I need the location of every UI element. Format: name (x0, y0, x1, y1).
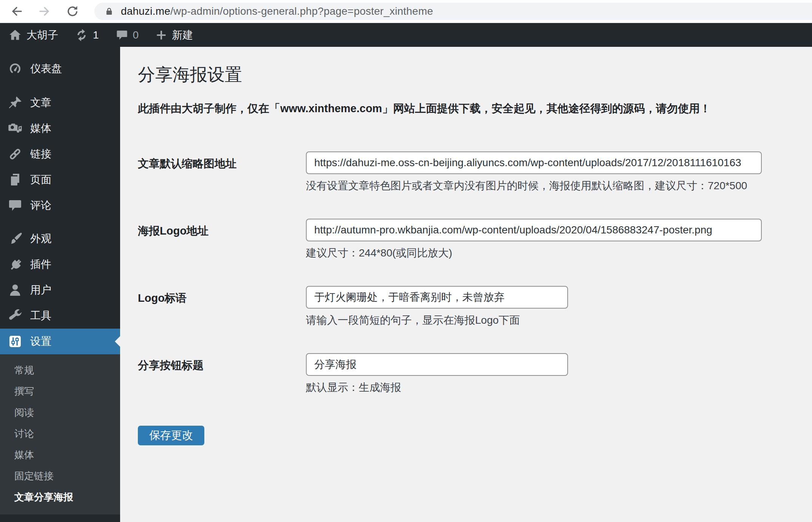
sliders-icon (8, 334, 23, 349)
pin-icon (8, 95, 23, 110)
sidebar-item-label: 链接 (30, 147, 51, 161)
plug-icon (8, 257, 23, 272)
forward-arrow-icon (38, 5, 51, 18)
submenu-item-discussion[interactable]: 讨论 (0, 423, 120, 444)
form-row-logo-slogan: Logo标语 请输入一段简短的句子，显示在海报Logo下面 (138, 286, 797, 327)
submenu-item-general[interactable]: 常规 (0, 360, 120, 381)
menu-separator (0, 218, 120, 226)
field-label: 文章默认缩略图地址 (138, 151, 306, 193)
settings-form: 文章默认缩略图地址 没有设置文章特色图片或者文章内没有图片的时候，海报使用默认缩… (138, 151, 797, 445)
sidebar-item-appearance[interactable]: 外观 (0, 226, 120, 252)
sidebar-item-label: 评论 (30, 198, 51, 213)
sidebar-item-dashboard[interactable]: 仪表盘 (0, 56, 120, 82)
sidebar-item-label: 设置 (30, 334, 51, 349)
sidebar-item-label: 文章 (30, 96, 51, 110)
reload-icon (66, 5, 79, 18)
sidebar-item-plugins[interactable]: 插件 (0, 252, 120, 277)
new-label: 新建 (172, 28, 193, 42)
back-button[interactable] (10, 5, 23, 18)
camera-icon (8, 121, 23, 136)
sidebar-item-label: 外观 (30, 232, 51, 246)
field-label: 分享按钮标题 (138, 353, 306, 395)
gauge-icon (8, 61, 23, 76)
field-helper: 没有设置文章特色图片或者文章内没有图片的时候，海报使用默认缩略图，建议尺寸：72… (306, 179, 762, 193)
save-changes-button[interactable]: 保存更改 (138, 426, 204, 445)
field-helper: 建议尺寸：244*80(或同比放大) (306, 246, 762, 260)
plus-icon (155, 29, 167, 41)
home-icon (8, 28, 22, 42)
sidebar-item-links[interactable]: 链接 (0, 141, 120, 167)
url-path: /wp-admin/options-general.php?page=poste… (170, 5, 433, 17)
sidebar-item-tools[interactable]: 工具 (0, 303, 120, 329)
sidebar-item-label: 媒体 (30, 121, 51, 136)
menu-separator (0, 82, 120, 90)
form-row-default-thumbnail: 文章默认缩略图地址 没有设置文章特色图片或者文章内没有图片的时候，海报使用默认缩… (138, 151, 797, 193)
field-label: 海报Logo地址 (138, 219, 306, 260)
form-row-share-button-title: 分享按钮标题 默认显示：生成海报 (138, 353, 797, 395)
submenu-item-permalinks[interactable]: 固定链接 (0, 465, 120, 486)
form-row-poster-logo: 海报Logo地址 建议尺寸：244*80(或同比放大) (138, 219, 797, 260)
browser-chrome: dahuzi.me/wp-admin/options-general.php?p… (0, 0, 812, 23)
submenu-item-poster[interactable]: 文章分享海报 (0, 486, 120, 508)
admin-bar-updates[interactable]: 1 (75, 28, 99, 42)
admin-bar-site-menu[interactable]: 大胡子 (8, 28, 58, 42)
lock-icon (104, 6, 114, 17)
sidebar-item-posts[interactable]: 文章 (0, 90, 120, 116)
sidebar-item-pages[interactable]: 页面 (0, 167, 120, 193)
settings-submenu: 常规 撰写 阅读 讨论 媒体 固定链接 文章分享海报 (0, 354, 120, 514)
sidebar-item-label: 插件 (30, 257, 51, 272)
sidebar-item-label: 用户 (30, 283, 51, 297)
page-description: 此插件由大胡子制作，仅在「www.xintheme.com」网站上面提供下载，安… (138, 102, 797, 115)
sidebar-item-label: 仪表盘 (30, 62, 62, 76)
back-arrow-icon (10, 5, 23, 18)
sidebar-item-settings[interactable]: 设置 (0, 329, 120, 354)
reload-button[interactable] (66, 5, 79, 18)
page-title: 分享海报设置 (138, 64, 797, 85)
field-label: Logo标语 (138, 286, 306, 327)
field-helper: 请输入一段简短的句子，显示在海报Logo下面 (306, 313, 568, 327)
update-count: 1 (93, 29, 99, 41)
admin-sidebar: 仪表盘 文章 媒体 链接 页面 评论 外观 (0, 47, 120, 522)
link-icon (8, 147, 23, 162)
logo-slogan-input[interactable] (306, 286, 568, 309)
forward-button[interactable] (38, 5, 51, 18)
url-text: dahuzi.me/wp-admin/options-general.php?p… (121, 5, 433, 17)
wrench-icon (8, 308, 23, 323)
site-name: 大胡子 (26, 28, 58, 42)
admin-bar-comments[interactable]: 0 (116, 29, 139, 42)
sidebar-item-label: 工具 (30, 309, 51, 323)
comment-count: 0 (133, 29, 139, 41)
poster-logo-url-input[interactable] (306, 219, 762, 241)
admin-bar-new[interactable]: 新建 (155, 28, 193, 42)
sidebar-item-comments[interactable]: 评论 (0, 193, 120, 218)
brush-icon (8, 231, 23, 246)
url-host: dahuzi.me (121, 5, 170, 17)
field-helper: 默认显示：生成海报 (306, 380, 568, 395)
sidebar-item-label: 页面 (30, 173, 51, 187)
submenu-item-reading[interactable]: 阅读 (0, 402, 120, 423)
submenu-item-media[interactable]: 媒体 (0, 444, 120, 465)
wp-admin-bar: 大胡子 1 0 新建 (0, 23, 812, 47)
address-bar[interactable]: dahuzi.me/wp-admin/options-general.php?p… (94, 3, 812, 20)
pages-icon (8, 172, 23, 187)
submenu-item-writing[interactable]: 撰写 (0, 381, 120, 402)
share-button-title-input[interactable] (306, 353, 568, 376)
updates-icon (75, 28, 88, 42)
comment-icon (8, 198, 23, 213)
comment-bubble-icon (116, 29, 128, 42)
user-icon (8, 283, 23, 298)
sidebar-item-media[interactable]: 媒体 (0, 116, 120, 141)
sidebar-item-users[interactable]: 用户 (0, 277, 120, 303)
default-thumbnail-url-input[interactable] (306, 151, 762, 174)
settings-page: 分享海报设置 此插件由大胡子制作，仅在「www.xintheme.com」网站上… (120, 47, 812, 522)
